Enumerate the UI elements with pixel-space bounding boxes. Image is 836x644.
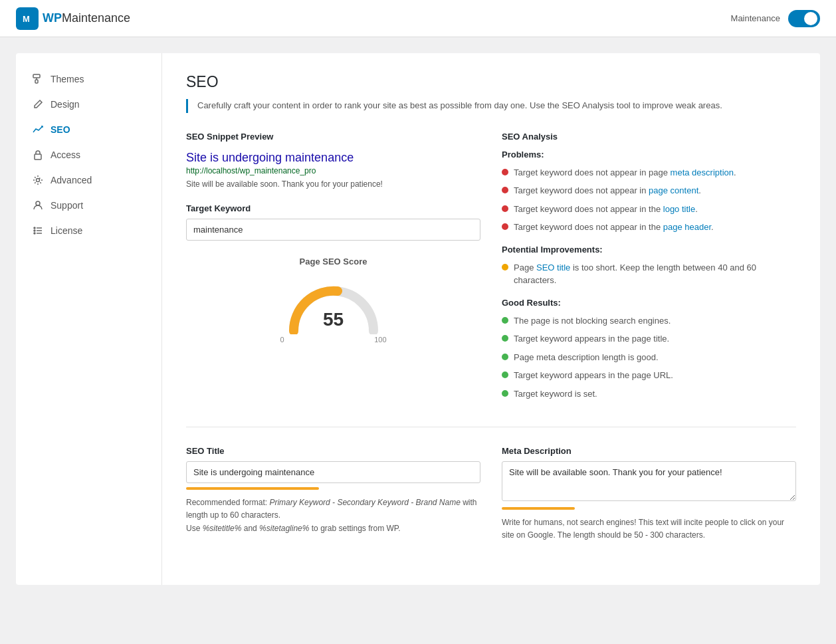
content-area: Themes Design SEO (16, 53, 820, 585)
meta-description-link[interactable]: meta description (671, 167, 734, 177)
good-item-4: Target keyword appears in the page URL. (502, 369, 796, 382)
target-keyword-label: Target Keyword (186, 203, 480, 213)
sitetitle-var: %sitetitle% (203, 524, 242, 533)
gauge-container: Page SEO Score 55 (186, 257, 480, 344)
list-icon (32, 225, 44, 237)
good-text-3: Page meta description length is good. (514, 351, 659, 364)
seo-title-section: SEO Title Recommended format: Primary Ke… (186, 446, 480, 542)
sidebar-item-seo[interactable]: SEO (16, 117, 161, 142)
sidebar-item-support[interactable]: Support (16, 193, 161, 218)
red-dot-2 (502, 187, 508, 193)
red-dot-4 (502, 223, 508, 230)
maintenance-label: Maintenance (731, 13, 780, 23)
snippet-preview-label: SEO Snippet Preview (186, 132, 480, 142)
good-item-3: Page meta description length is good. (502, 351, 796, 364)
chart-icon (32, 124, 44, 136)
red-dot-1 (502, 169, 508, 175)
gauge-wrapper: 55 (280, 274, 387, 334)
gauge-min: 0 (280, 336, 284, 344)
good-item-5: Target keyword is set. (502, 387, 796, 401)
recommended-text: Recommended format: Primary Keyword - Se… (186, 496, 480, 535)
sidebar-item-license[interactable]: License (16, 218, 161, 243)
svg-point-8 (34, 227, 35, 229)
svg-point-6 (37, 179, 40, 182)
paint-roller-icon (32, 73, 44, 85)
green-dot-2 (502, 335, 508, 342)
good-item-2: Target keyword appears in the page title… (502, 332, 796, 346)
sidebar-item-themes[interactable]: Themes (16, 66, 161, 92)
bottom-section: SEO Title Recommended format: Primary Ke… (186, 446, 796, 542)
good-title: Good Results: (502, 298, 796, 308)
gauge-score: 55 (323, 309, 344, 330)
page-description: Carefully craft your content in order to… (186, 99, 796, 113)
problem-item-4: Target keyword does not appear in the pa… (502, 221, 796, 234)
improvement-item-1: Page SEO title is too short. Keep the le… (502, 261, 796, 287)
page-content-link[interactable]: page content (649, 185, 698, 195)
seo-analysis-col: SEO Analysis Problems: Target keyword do… (502, 132, 796, 406)
left-col: SEO Snippet Preview Site is undergoing m… (186, 132, 480, 406)
logo-icon: M (16, 7, 39, 30)
meta-help-text: Write for humans, not search engines! Th… (502, 516, 796, 542)
svg-point-9 (34, 230, 35, 231)
sidebar-label-design: Design (51, 99, 80, 110)
sitetagline-var: %sitetagline% (259, 524, 309, 533)
sidebar-label-advanced: Advanced (51, 175, 92, 185)
green-dot-3 (502, 354, 508, 360)
svg-point-10 (34, 233, 35, 234)
problems-title: Problems: (502, 150, 796, 160)
pencil-icon (32, 98, 44, 110)
svg-text:M: M (23, 14, 30, 24)
person-icon (32, 199, 44, 211)
problem-item-2: Target keyword does not appear in page c… (502, 184, 796, 197)
good-text-1: The page is not blocking search engines. (514, 314, 671, 328)
page-title: SEO (186, 73, 796, 91)
sidebar-item-access[interactable]: Access (16, 142, 161, 167)
green-dot-5 (502, 390, 508, 397)
meta-description-textarea[interactable]: Site will be available soon. Thank you f… (502, 461, 796, 501)
svg-rect-4 (35, 80, 38, 83)
recommended-prefix: Recommended format: (186, 498, 269, 507)
header-right: Maintenance (731, 10, 820, 27)
seo-title-link[interactable]: SEO title (536, 263, 570, 272)
main-content: SEO Carefully craft your content in orde… (162, 53, 820, 585)
sidebar-item-design[interactable]: Design (16, 92, 161, 117)
lock-icon (32, 149, 44, 161)
seo-analysis-title: SEO Analysis (502, 132, 796, 142)
sidebar-label-themes: Themes (51, 74, 84, 84)
logo: M WPMaintenance (16, 7, 130, 30)
logo-title-link[interactable]: logo title (663, 204, 695, 214)
gear-icon (32, 174, 44, 186)
snippet-preview-box: Site is undergoing maintenance http://lo… (186, 151, 480, 190)
svg-rect-5 (35, 154, 41, 160)
header: M WPMaintenance Maintenance (0, 0, 836, 37)
green-dot-1 (502, 317, 508, 324)
meta-description-label: Meta Description (502, 446, 796, 456)
sidebar-label-access: Access (51, 150, 80, 160)
snippet-site-title[interactable]: Site is undergoing maintenance (186, 151, 480, 165)
problem-item-1: Target keyword does not appear in page m… (502, 166, 796, 179)
top-two-col: SEO Snippet Preview Site is undergoing m… (186, 132, 796, 406)
green-dot-4 (502, 372, 508, 378)
svg-rect-2 (33, 74, 40, 78)
snippet-url: http://localhost/wp_maintenance_pro (186, 166, 480, 175)
target-keyword-input[interactable] (186, 219, 480, 241)
sidebar: Themes Design SEO (16, 53, 162, 585)
gauge-max: 100 (374, 336, 386, 344)
page-header-link[interactable]: page header (663, 222, 711, 232)
sidebar-label-license: License (51, 225, 82, 236)
maintenance-toggle[interactable] (788, 10, 820, 27)
seo-title-input[interactable] (186, 461, 480, 483)
problem-item-3: Target keyword does not appear in the lo… (502, 203, 796, 216)
sidebar-item-advanced[interactable]: Advanced (16, 167, 161, 193)
svg-point-7 (36, 201, 40, 205)
gauge-title: Page SEO Score (300, 257, 367, 267)
good-text-4: Target keyword appears in the page URL. (514, 369, 673, 382)
good-text-2: Target keyword appears in the page title… (514, 332, 669, 346)
section-divider (186, 427, 796, 427)
sitetitle-text: Use %sitetitle% and %sitetagline% to gra… (186, 524, 401, 533)
meta-desc-progress-bar (502, 507, 575, 510)
good-text-5: Target keyword is set. (514, 387, 597, 401)
seo-title-label: SEO Title (186, 446, 480, 456)
snippet-desc: Site will be available soon. Thank you f… (186, 178, 480, 190)
improvements-title: Potential Improvements: (502, 245, 796, 255)
